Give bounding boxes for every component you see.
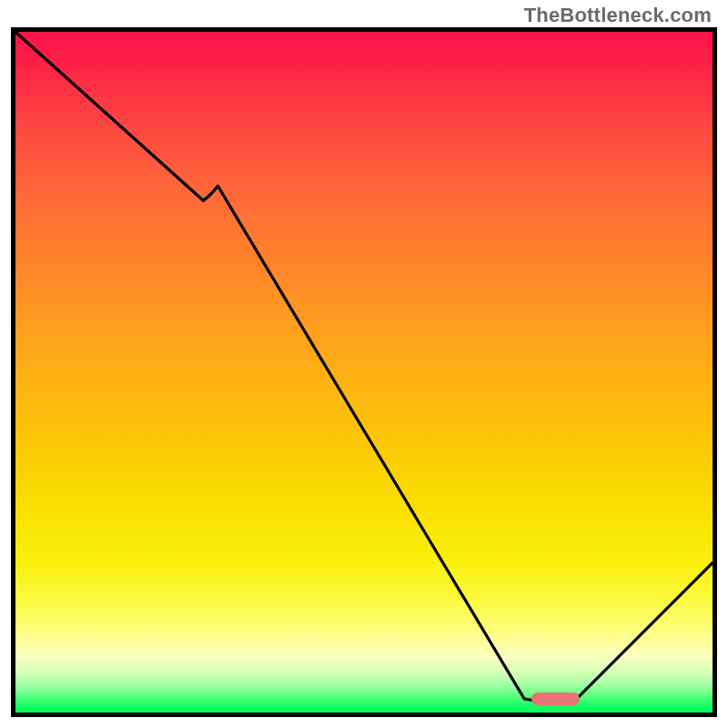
- watermark-text: TheBottleneck.com: [524, 4, 712, 27]
- chart-frame: [11, 27, 717, 717]
- optimal-range-marker: [531, 693, 581, 705]
- chart-background-gradient: [15, 32, 713, 713]
